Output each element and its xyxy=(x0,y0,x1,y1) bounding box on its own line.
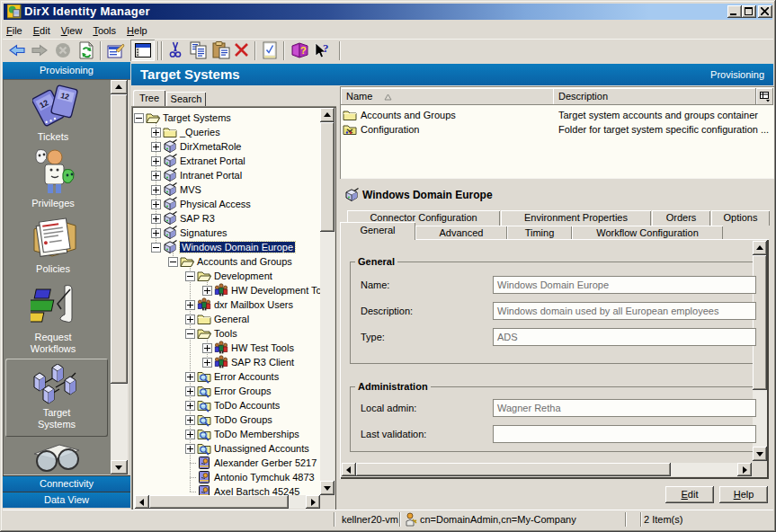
svg-text:?: ? xyxy=(323,41,329,55)
svg-text:?: ? xyxy=(300,45,307,56)
